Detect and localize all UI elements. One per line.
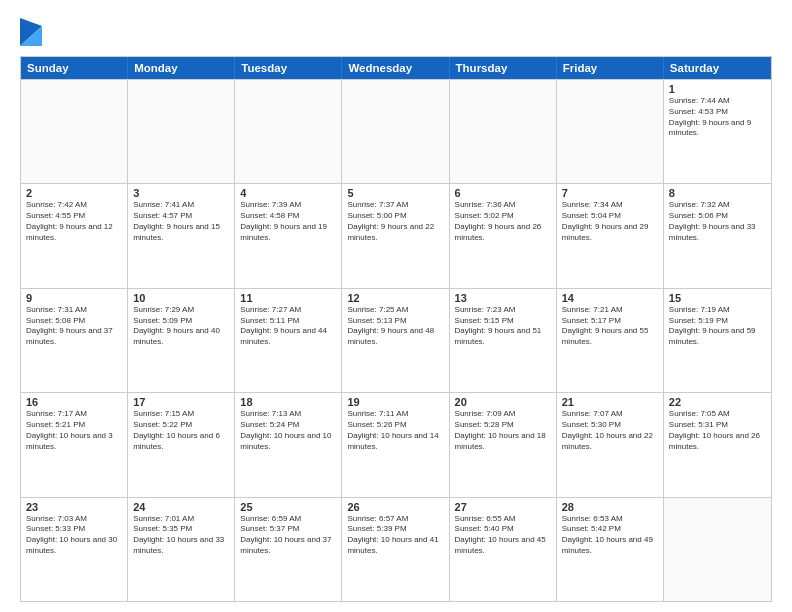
logo-icon	[20, 18, 42, 46]
cell-info: Sunrise: 7:25 AMSunset: 5:13 PMDaylight:…	[347, 305, 443, 348]
cal-cell: 17Sunrise: 7:15 AMSunset: 5:22 PMDayligh…	[128, 393, 235, 496]
logo	[20, 18, 46, 46]
cell-day-number: 18	[240, 396, 336, 408]
cell-day-number: 23	[26, 501, 122, 513]
cell-info: Sunrise: 6:55 AMSunset: 5:40 PMDaylight:…	[455, 514, 551, 557]
cell-day-number: 14	[562, 292, 658, 304]
cell-info: Sunrise: 6:59 AMSunset: 5:37 PMDaylight:…	[240, 514, 336, 557]
cell-info: Sunrise: 7:42 AMSunset: 4:55 PMDaylight:…	[26, 200, 122, 243]
cell-info: Sunrise: 7:03 AMSunset: 5:33 PMDaylight:…	[26, 514, 122, 557]
cell-info: Sunrise: 7:36 AMSunset: 5:02 PMDaylight:…	[455, 200, 551, 243]
cell-info: Sunrise: 7:39 AMSunset: 4:58 PMDaylight:…	[240, 200, 336, 243]
cal-cell: 12Sunrise: 7:25 AMSunset: 5:13 PMDayligh…	[342, 289, 449, 392]
cell-day-number: 20	[455, 396, 551, 408]
cal-cell: 28Sunrise: 6:53 AMSunset: 5:42 PMDayligh…	[557, 498, 664, 601]
cal-cell: 5Sunrise: 7:37 AMSunset: 5:00 PMDaylight…	[342, 184, 449, 287]
cell-day-number: 11	[240, 292, 336, 304]
cal-cell: 7Sunrise: 7:34 AMSunset: 5:04 PMDaylight…	[557, 184, 664, 287]
header	[20, 18, 772, 46]
cell-day-number: 8	[669, 187, 766, 199]
cell-day-number: 26	[347, 501, 443, 513]
week-row-2: 9Sunrise: 7:31 AMSunset: 5:08 PMDaylight…	[21, 288, 771, 392]
cell-info: Sunrise: 6:57 AMSunset: 5:39 PMDaylight:…	[347, 514, 443, 557]
week-row-3: 16Sunrise: 7:17 AMSunset: 5:21 PMDayligh…	[21, 392, 771, 496]
cell-day-number: 3	[133, 187, 229, 199]
cal-cell: 15Sunrise: 7:19 AMSunset: 5:19 PMDayligh…	[664, 289, 771, 392]
cell-info: Sunrise: 7:32 AMSunset: 5:06 PMDaylight:…	[669, 200, 766, 243]
header-day-thursday: Thursday	[450, 57, 557, 79]
week-row-0: 1Sunrise: 7:44 AMSunset: 4:53 PMDaylight…	[21, 79, 771, 183]
cal-cell: 16Sunrise: 7:17 AMSunset: 5:21 PMDayligh…	[21, 393, 128, 496]
cal-cell: 1Sunrise: 7:44 AMSunset: 4:53 PMDaylight…	[664, 80, 771, 183]
cell-day-number: 4	[240, 187, 336, 199]
cal-cell	[128, 80, 235, 183]
header-day-monday: Monday	[128, 57, 235, 79]
cell-info: Sunrise: 7:19 AMSunset: 5:19 PMDaylight:…	[669, 305, 766, 348]
calendar-body: 1Sunrise: 7:44 AMSunset: 4:53 PMDaylight…	[21, 79, 771, 601]
cell-info: Sunrise: 7:37 AMSunset: 5:00 PMDaylight:…	[347, 200, 443, 243]
cell-day-number: 27	[455, 501, 551, 513]
cal-cell: 18Sunrise: 7:13 AMSunset: 5:24 PMDayligh…	[235, 393, 342, 496]
cal-cell: 21Sunrise: 7:07 AMSunset: 5:30 PMDayligh…	[557, 393, 664, 496]
cal-cell	[21, 80, 128, 183]
cell-day-number: 21	[562, 396, 658, 408]
cal-cell	[664, 498, 771, 601]
cell-info: Sunrise: 7:01 AMSunset: 5:35 PMDaylight:…	[133, 514, 229, 557]
cell-day-number: 15	[669, 292, 766, 304]
cell-day-number: 25	[240, 501, 336, 513]
cal-cell: 2Sunrise: 7:42 AMSunset: 4:55 PMDaylight…	[21, 184, 128, 287]
cell-info: Sunrise: 7:15 AMSunset: 5:22 PMDaylight:…	[133, 409, 229, 452]
cell-info: Sunrise: 7:07 AMSunset: 5:30 PMDaylight:…	[562, 409, 658, 452]
cell-day-number: 10	[133, 292, 229, 304]
cal-cell	[450, 80, 557, 183]
cal-cell: 4Sunrise: 7:39 AMSunset: 4:58 PMDaylight…	[235, 184, 342, 287]
calendar: SundayMondayTuesdayWednesdayThursdayFrid…	[20, 56, 772, 602]
header-day-saturday: Saturday	[664, 57, 771, 79]
cal-cell	[557, 80, 664, 183]
header-day-friday: Friday	[557, 57, 664, 79]
cell-day-number: 9	[26, 292, 122, 304]
cal-cell: 6Sunrise: 7:36 AMSunset: 5:02 PMDaylight…	[450, 184, 557, 287]
cell-day-number: 22	[669, 396, 766, 408]
cell-info: Sunrise: 6:53 AMSunset: 5:42 PMDaylight:…	[562, 514, 658, 557]
header-day-sunday: Sunday	[21, 57, 128, 79]
cell-day-number: 7	[562, 187, 658, 199]
cell-info: Sunrise: 7:13 AMSunset: 5:24 PMDaylight:…	[240, 409, 336, 452]
cal-cell: 26Sunrise: 6:57 AMSunset: 5:39 PMDayligh…	[342, 498, 449, 601]
cell-day-number: 16	[26, 396, 122, 408]
cal-cell: 19Sunrise: 7:11 AMSunset: 5:26 PMDayligh…	[342, 393, 449, 496]
cal-cell: 23Sunrise: 7:03 AMSunset: 5:33 PMDayligh…	[21, 498, 128, 601]
cal-cell: 3Sunrise: 7:41 AMSunset: 4:57 PMDaylight…	[128, 184, 235, 287]
calendar-header: SundayMondayTuesdayWednesdayThursdayFrid…	[21, 57, 771, 79]
cell-day-number: 1	[669, 83, 766, 95]
cell-day-number: 13	[455, 292, 551, 304]
cal-cell: 24Sunrise: 7:01 AMSunset: 5:35 PMDayligh…	[128, 498, 235, 601]
cal-cell: 13Sunrise: 7:23 AMSunset: 5:15 PMDayligh…	[450, 289, 557, 392]
cell-info: Sunrise: 7:27 AMSunset: 5:11 PMDaylight:…	[240, 305, 336, 348]
cell-day-number: 19	[347, 396, 443, 408]
cell-day-number: 28	[562, 501, 658, 513]
cal-cell	[235, 80, 342, 183]
cal-cell	[342, 80, 449, 183]
week-row-4: 23Sunrise: 7:03 AMSunset: 5:33 PMDayligh…	[21, 497, 771, 601]
cell-day-number: 2	[26, 187, 122, 199]
header-day-tuesday: Tuesday	[235, 57, 342, 79]
cell-info: Sunrise: 7:44 AMSunset: 4:53 PMDaylight:…	[669, 96, 766, 139]
cal-cell: 9Sunrise: 7:31 AMSunset: 5:08 PMDaylight…	[21, 289, 128, 392]
cal-cell: 22Sunrise: 7:05 AMSunset: 5:31 PMDayligh…	[664, 393, 771, 496]
cell-info: Sunrise: 7:29 AMSunset: 5:09 PMDaylight:…	[133, 305, 229, 348]
cell-info: Sunrise: 7:31 AMSunset: 5:08 PMDaylight:…	[26, 305, 122, 348]
cell-info: Sunrise: 7:41 AMSunset: 4:57 PMDaylight:…	[133, 200, 229, 243]
cal-cell: 8Sunrise: 7:32 AMSunset: 5:06 PMDaylight…	[664, 184, 771, 287]
cell-day-number: 5	[347, 187, 443, 199]
cal-cell: 20Sunrise: 7:09 AMSunset: 5:28 PMDayligh…	[450, 393, 557, 496]
cell-info: Sunrise: 7:11 AMSunset: 5:26 PMDaylight:…	[347, 409, 443, 452]
cell-day-number: 6	[455, 187, 551, 199]
week-row-1: 2Sunrise: 7:42 AMSunset: 4:55 PMDaylight…	[21, 183, 771, 287]
cal-cell: 27Sunrise: 6:55 AMSunset: 5:40 PMDayligh…	[450, 498, 557, 601]
page: SundayMondayTuesdayWednesdayThursdayFrid…	[0, 0, 792, 612]
cell-day-number: 12	[347, 292, 443, 304]
cal-cell: 10Sunrise: 7:29 AMSunset: 5:09 PMDayligh…	[128, 289, 235, 392]
cell-info: Sunrise: 7:05 AMSunset: 5:31 PMDaylight:…	[669, 409, 766, 452]
cal-cell: 25Sunrise: 6:59 AMSunset: 5:37 PMDayligh…	[235, 498, 342, 601]
